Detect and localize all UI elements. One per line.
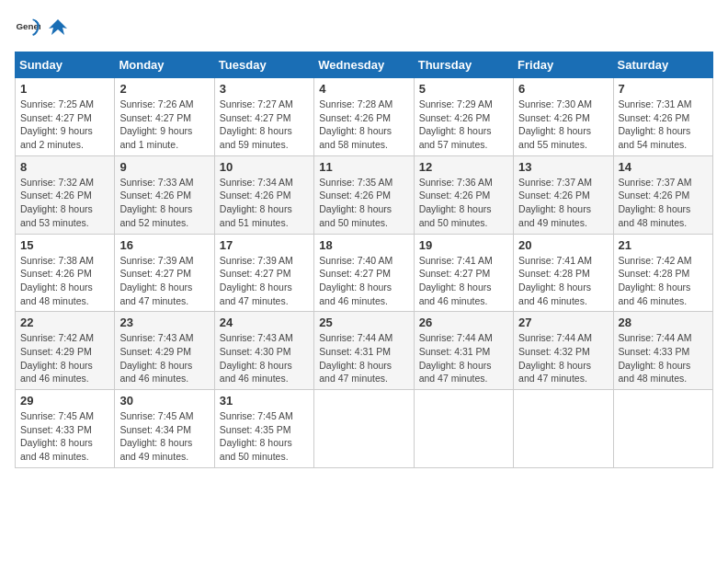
svg-marker-1	[49, 19, 67, 35]
calendar-cell: 19 Sunrise: 7:41 AMSunset: 4:27 PMDaylig…	[414, 234, 513, 312]
week-row-1: 1 Sunrise: 7:25 AMSunset: 4:27 PMDayligh…	[16, 78, 713, 156]
day-number: 29	[20, 394, 109, 408]
day-number: 23	[119, 316, 209, 329]
day-info: Sunrise: 7:42 AMSunset: 4:29 PMDaylight:…	[20, 331, 109, 385]
day-info: Sunrise: 7:41 AMSunset: 4:27 PMDaylight:…	[419, 254, 508, 308]
calendar-cell: 24 Sunrise: 7:43 AMSunset: 4:30 PMDaylig…	[214, 312, 313, 390]
calendar-cell: 2 Sunrise: 7:26 AMSunset: 4:27 PMDayligh…	[115, 78, 214, 156]
day-info: Sunrise: 7:36 AMSunset: 4:26 PMDaylight:…	[419, 176, 508, 230]
day-info: Sunrise: 7:44 AMSunset: 4:31 PMDaylight:…	[319, 331, 408, 385]
calendar-cell: 13 Sunrise: 7:37 AMSunset: 4:26 PMDaylig…	[514, 155, 613, 234]
day-info: Sunrise: 7:37 AMSunset: 4:26 PMDaylight:…	[518, 176, 608, 230]
calendar-cell: 17 Sunrise: 7:39 AMSunset: 4:27 PMDaylig…	[214, 234, 313, 312]
calendar-cell	[514, 390, 613, 468]
calendar-cell: 12 Sunrise: 7:36 AMSunset: 4:26 PMDaylig…	[414, 155, 513, 234]
calendar-cell: 21 Sunrise: 7:42 AMSunset: 4:28 PMDaylig…	[613, 234, 712, 312]
day-number: 26	[419, 316, 508, 329]
week-row-2: 8 Sunrise: 7:32 AMSunset: 4:26 PMDayligh…	[16, 155, 713, 234]
day-info: Sunrise: 7:34 AMSunset: 4:26 PMDaylight:…	[220, 176, 309, 230]
calendar-cell: 25 Sunrise: 7:44 AMSunset: 4:31 PMDaylig…	[314, 312, 414, 390]
day-info: Sunrise: 7:25 AMSunset: 4:27 PMDaylight:…	[20, 98, 109, 152]
day-number: 11	[319, 160, 408, 174]
calendar-cell	[613, 390, 712, 468]
week-row-3: 15 Sunrise: 7:38 AMSunset: 4:26 PMDaylig…	[16, 234, 713, 312]
day-number: 13	[518, 160, 608, 174]
day-number: 25	[319, 316, 408, 329]
day-info: Sunrise: 7:45 AMSunset: 4:35 PMDaylight:…	[220, 409, 309, 464]
calendar-cell: 29 Sunrise: 7:45 AMSunset: 4:33 PMDaylig…	[16, 390, 115, 468]
calendar-cell: 6 Sunrise: 7:30 AMSunset: 4:26 PMDayligh…	[514, 78, 613, 156]
day-info: Sunrise: 7:27 AMSunset: 4:27 PMDaylight:…	[220, 98, 309, 152]
day-number: 7	[619, 82, 708, 96]
dow-header-monday: Monday	[115, 52, 214, 78]
calendar-table: SundayMondayTuesdayWednesdayThursdayFrid…	[15, 52, 713, 468]
calendar-body: 1 Sunrise: 7:25 AMSunset: 4:27 PMDayligh…	[16, 78, 713, 468]
day-info: Sunrise: 7:28 AMSunset: 4:26 PMDaylight:…	[319, 98, 408, 152]
day-number: 30	[119, 394, 209, 408]
calendar-cell	[314, 390, 414, 468]
calendar-cell: 28 Sunrise: 7:44 AMSunset: 4:33 PMDaylig…	[613, 312, 712, 390]
day-number: 3	[220, 82, 309, 96]
calendar-cell: 4 Sunrise: 7:28 AMSunset: 4:26 PMDayligh…	[314, 78, 414, 156]
day-number: 22	[20, 316, 109, 329]
day-number: 6	[518, 82, 608, 96]
page-wrapper: General Sunda	[15, 15, 713, 468]
day-info: Sunrise: 7:44 AMSunset: 4:32 PMDaylight:…	[518, 331, 608, 385]
day-number: 24	[220, 316, 309, 329]
day-number: 28	[619, 316, 708, 329]
day-info: Sunrise: 7:29 AMSunset: 4:26 PMDaylight:…	[419, 98, 508, 152]
calendar-cell: 18 Sunrise: 7:40 AMSunset: 4:27 PMDaylig…	[314, 234, 414, 312]
dow-header-sunday: Sunday	[16, 52, 115, 78]
day-number: 5	[419, 82, 508, 96]
day-number: 15	[20, 238, 109, 252]
dow-header-saturday: Saturday	[613, 52, 712, 78]
day-info: Sunrise: 7:39 AMSunset: 4:27 PMDaylight:…	[220, 254, 309, 308]
day-number: 27	[518, 316, 608, 329]
dow-header-thursday: Thursday	[414, 52, 513, 78]
calendar-cell: 10 Sunrise: 7:34 AMSunset: 4:26 PMDaylig…	[214, 155, 313, 234]
calendar-cell: 31 Sunrise: 7:45 AMSunset: 4:35 PMDaylig…	[214, 390, 313, 468]
calendar-cell: 15 Sunrise: 7:38 AMSunset: 4:26 PMDaylig…	[16, 234, 115, 312]
day-number: 19	[419, 238, 508, 252]
day-info: Sunrise: 7:41 AMSunset: 4:28 PMDaylight:…	[518, 254, 608, 308]
day-number: 16	[119, 238, 209, 252]
day-info: Sunrise: 7:45 AMSunset: 4:33 PMDaylight:…	[20, 409, 109, 464]
day-info: Sunrise: 7:37 AMSunset: 4:26 PMDaylight:…	[619, 176, 708, 230]
day-info: Sunrise: 7:26 AMSunset: 4:27 PMDaylight:…	[119, 98, 209, 152]
day-info: Sunrise: 7:40 AMSunset: 4:27 PMDaylight:…	[319, 254, 408, 308]
day-info: Sunrise: 7:43 AMSunset: 4:29 PMDaylight:…	[119, 331, 209, 385]
day-number: 1	[20, 82, 109, 96]
calendar-cell	[414, 390, 513, 468]
calendar-cell: 7 Sunrise: 7:31 AMSunset: 4:26 PMDayligh…	[613, 78, 712, 156]
day-info: Sunrise: 7:30 AMSunset: 4:26 PMDaylight:…	[518, 98, 608, 152]
day-info: Sunrise: 7:38 AMSunset: 4:26 PMDaylight:…	[20, 254, 109, 308]
calendar-cell: 16 Sunrise: 7:39 AMSunset: 4:27 PMDaylig…	[115, 234, 214, 312]
day-number: 20	[518, 238, 608, 252]
days-of-week-row: SundayMondayTuesdayWednesdayThursdayFrid…	[16, 52, 713, 78]
day-number: 10	[220, 160, 309, 174]
calendar-cell: 23 Sunrise: 7:43 AMSunset: 4:29 PMDaylig…	[115, 312, 214, 390]
calendar-cell: 22 Sunrise: 7:42 AMSunset: 4:29 PMDaylig…	[16, 312, 115, 390]
day-info: Sunrise: 7:42 AMSunset: 4:28 PMDaylight:…	[619, 254, 708, 308]
dow-header-friday: Friday	[514, 52, 613, 78]
day-number: 31	[220, 394, 309, 408]
day-info: Sunrise: 7:33 AMSunset: 4:26 PMDaylight:…	[119, 176, 209, 230]
calendar-cell: 5 Sunrise: 7:29 AMSunset: 4:26 PMDayligh…	[414, 78, 513, 156]
day-info: Sunrise: 7:32 AMSunset: 4:26 PMDaylight:…	[20, 176, 109, 230]
logo: General	[15, 15, 72, 42]
day-number: 8	[20, 160, 109, 174]
dow-header-wednesday: Wednesday	[314, 52, 414, 78]
calendar-cell: 27 Sunrise: 7:44 AMSunset: 4:32 PMDaylig…	[514, 312, 613, 390]
dow-header-tuesday: Tuesday	[214, 52, 313, 78]
day-number: 2	[119, 82, 209, 96]
calendar-cell: 30 Sunrise: 7:45 AMSunset: 4:34 PMDaylig…	[115, 390, 214, 468]
day-info: Sunrise: 7:35 AMSunset: 4:26 PMDaylight:…	[319, 176, 408, 230]
logo-bird-icon	[44, 15, 72, 42]
calendar-cell: 9 Sunrise: 7:33 AMSunset: 4:26 PMDayligh…	[115, 155, 214, 234]
day-number: 12	[419, 160, 508, 174]
day-number: 9	[119, 160, 209, 174]
calendar-cell: 26 Sunrise: 7:44 AMSunset: 4:31 PMDaylig…	[414, 312, 513, 390]
day-number: 14	[619, 160, 708, 174]
day-info: Sunrise: 7:43 AMSunset: 4:30 PMDaylight:…	[220, 331, 309, 385]
calendar-cell: 20 Sunrise: 7:41 AMSunset: 4:28 PMDaylig…	[514, 234, 613, 312]
